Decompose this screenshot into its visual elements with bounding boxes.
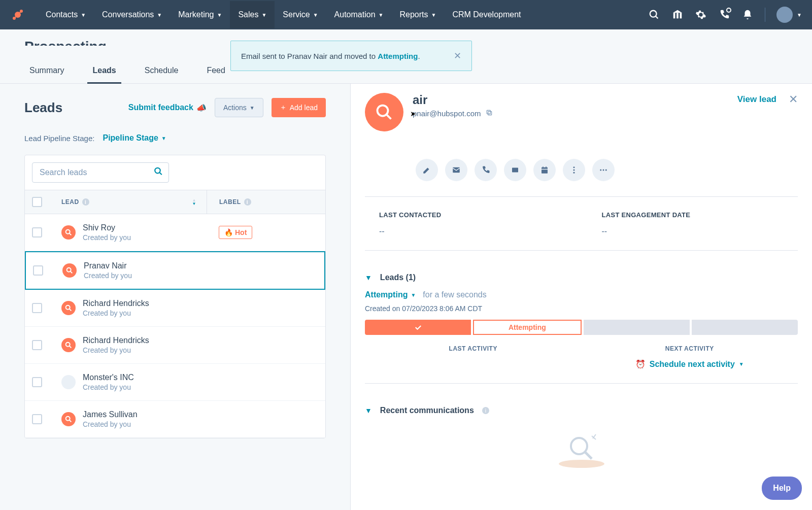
close-icon[interactable]: ✕ bbox=[789, 93, 798, 106]
chevron-down-icon: ▼ bbox=[379, 12, 384, 18]
chevron-down-icon[interactable]: ▼ bbox=[365, 406, 372, 415]
search-icon[interactable] bbox=[648, 9, 660, 21]
note-icon[interactable] bbox=[416, 159, 438, 181]
row-avatar bbox=[61, 225, 76, 240]
table-row[interactable]: Monster's INCCreated by you bbox=[25, 364, 325, 401]
row-checkbox[interactable] bbox=[32, 414, 42, 424]
nav-item-conversations[interactable]: Conversations▼ bbox=[94, 1, 170, 28]
svg-rect-7 bbox=[673, 13, 675, 18]
info-icon[interactable]: i bbox=[244, 198, 251, 206]
view-lead-link[interactable]: View lead bbox=[737, 94, 776, 105]
svg-line-19 bbox=[69, 346, 71, 348]
nav-item-crm-development[interactable]: CRM Development bbox=[444, 1, 529, 28]
nav-item-sales[interactable]: Sales▼ bbox=[230, 1, 275, 28]
table-row[interactable]: Pranav NairCreated by you bbox=[25, 251, 325, 290]
call-icon[interactable] bbox=[475, 159, 497, 181]
column-lead[interactable]: LEAD i ▲▼ bbox=[54, 198, 207, 206]
actions-dropdown[interactable]: Actions▼ bbox=[215, 98, 263, 117]
table-row[interactable]: Shiv RoyCreated by you🔥Hot bbox=[25, 214, 325, 251]
copy-icon[interactable] bbox=[486, 109, 493, 118]
email-icon[interactable] bbox=[445, 159, 467, 181]
lead-subtext: Created by you bbox=[83, 346, 149, 354]
nav-item-automation[interactable]: Automation▼ bbox=[326, 1, 392, 28]
sort-icon[interactable]: ▲▼ bbox=[192, 198, 196, 206]
row-checkbox[interactable] bbox=[32, 303, 42, 313]
chevron-down-icon: ▼ bbox=[797, 12, 802, 18]
close-icon[interactable]: ✕ bbox=[454, 50, 461, 61]
stage-dropdown[interactable]: Attempting▼ bbox=[365, 290, 416, 299]
lead-email: pnair@hubspot.com bbox=[413, 109, 493, 118]
row-checkbox[interactable] bbox=[32, 340, 42, 350]
meeting-icon[interactable] bbox=[533, 159, 556, 181]
empty-illustration bbox=[365, 423, 798, 469]
next-activity-label: NEXT ACTIVITY bbox=[582, 345, 798, 352]
nav-right: ▼ bbox=[648, 7, 802, 23]
task-icon[interactable] bbox=[504, 159, 526, 181]
more-horizontal-icon[interactable] bbox=[592, 159, 615, 181]
add-lead-button[interactable]: ＋Add lead bbox=[272, 98, 326, 117]
lead-detail-panel: air pnair@hubspot.com View lead ✕ bbox=[350, 84, 812, 510]
row-checkbox[interactable] bbox=[32, 227, 42, 237]
last-activity-label: LAST ACTIVITY bbox=[365, 345, 582, 352]
svg-line-6 bbox=[656, 16, 658, 19]
tab-summary[interactable]: Summary bbox=[24, 59, 69, 84]
table-row[interactable]: Richard HendricksCreated by you bbox=[25, 290, 325, 327]
search-input[interactable] bbox=[32, 162, 169, 183]
chevron-down-icon: ▼ bbox=[217, 12, 222, 18]
row-avatar bbox=[61, 412, 76, 426]
toast-text: Email sent to Pranav Nair and moved to A… bbox=[241, 52, 447, 60]
created-on: Created on 07/20/2023 8:06 AM CDT bbox=[365, 304, 798, 313]
nav-item-contacts[interactable]: Contacts▼ bbox=[38, 1, 94, 28]
chevron-down-icon: ▼ bbox=[313, 12, 318, 18]
table-header: LEAD i ▲▼ LABEL i bbox=[25, 190, 325, 214]
nav-item-reports[interactable]: Reports▼ bbox=[391, 1, 444, 28]
nav-item-marketing[interactable]: Marketing▼ bbox=[170, 1, 230, 28]
svg-line-11 bbox=[159, 173, 162, 175]
nav-item-service[interactable]: Service▼ bbox=[275, 1, 326, 28]
chevron-down-icon: ▼ bbox=[261, 12, 266, 18]
chevron-down-icon: ▼ bbox=[81, 12, 86, 18]
bell-icon[interactable] bbox=[741, 9, 754, 21]
row-avatar bbox=[61, 301, 76, 315]
info-icon[interactable]: i bbox=[82, 198, 89, 206]
megaphone-icon: 📣 bbox=[196, 103, 207, 113]
tab-leads[interactable]: Leads bbox=[87, 59, 121, 84]
lead-name: Richard Hendricks bbox=[83, 336, 149, 345]
row-checkbox[interactable] bbox=[33, 265, 43, 276]
tab-feed[interactable]: Feed bbox=[201, 59, 230, 84]
stage-current[interactable]: Attempting bbox=[473, 320, 581, 335]
svg-rect-25 bbox=[487, 110, 491, 114]
submit-feedback-link[interactable]: Submit feedback 📣 bbox=[128, 103, 207, 113]
svg-line-15 bbox=[70, 271, 72, 273]
stage-pending[interactable] bbox=[692, 320, 798, 335]
svg-rect-24 bbox=[488, 112, 492, 115]
hubspot-logo[interactable] bbox=[10, 7, 25, 22]
phone-icon[interactable] bbox=[718, 9, 730, 21]
gear-icon[interactable] bbox=[695, 9, 707, 21]
svg-point-22 bbox=[378, 106, 388, 116]
svg-point-35 bbox=[600, 169, 601, 171]
tab-schedule[interactable]: Schedule bbox=[140, 59, 184, 84]
column-label[interactable]: LABEL i bbox=[207, 190, 308, 214]
account-menu[interactable]: ▼ bbox=[776, 7, 802, 23]
search-icon[interactable] bbox=[154, 167, 163, 179]
chevron-down-icon[interactable]: ▼ bbox=[365, 274, 372, 282]
svg-rect-9 bbox=[680, 13, 682, 18]
select-all-checkbox[interactable] bbox=[32, 197, 42, 207]
schedule-next-activity[interactable]: ⏰ Schedule next activity ▼ bbox=[635, 359, 744, 369]
row-checkbox[interactable] bbox=[32, 377, 42, 387]
svg-point-37 bbox=[605, 169, 607, 171]
stage-pending[interactable] bbox=[584, 320, 690, 335]
plus-icon: ＋ bbox=[280, 103, 287, 112]
stage-completed[interactable] bbox=[365, 320, 471, 335]
pipeline-stage-filter[interactable]: Pipeline Stage▼ bbox=[103, 133, 166, 143]
more-vertical-icon[interactable] bbox=[563, 159, 585, 181]
info-icon[interactable]: i bbox=[482, 407, 489, 414]
table-row[interactable]: James SullivanCreated by you bbox=[25, 401, 325, 438]
svg-point-36 bbox=[603, 169, 604, 171]
table-row[interactable]: Richard HendricksCreated by you bbox=[25, 327, 325, 364]
marketplace-icon[interactable] bbox=[671, 9, 684, 21]
top-navigation: Contacts▼Conversations▼Marketing▼Sales▼S… bbox=[0, 0, 812, 29]
help-button[interactable]: Help bbox=[762, 477, 802, 500]
row-avatar bbox=[62, 263, 77, 278]
